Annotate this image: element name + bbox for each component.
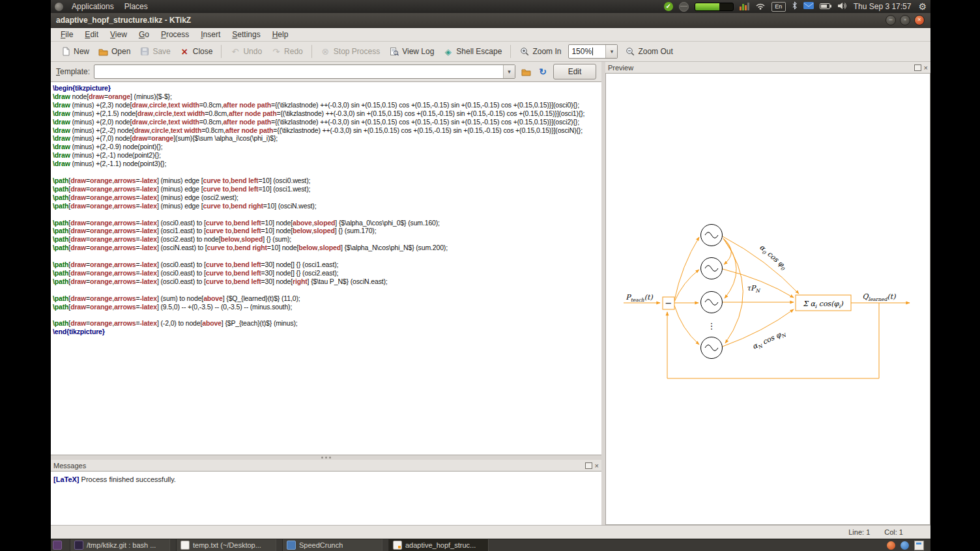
code-line: \path[draw=orange,arrows=-latex] (osci0.… — [53, 219, 601, 227]
task-terminal[interactable]: /tmp/ktikz.git : bash ... — [70, 539, 170, 551]
template-combo[interactable]: ▾ — [94, 64, 515, 79]
new-button[interactable]: New — [56, 45, 94, 59]
template-edit-button[interactable]: Edit — [553, 64, 596, 79]
system-panel: Applications Places ✓ En Thu Sep 3 17:57… — [51, 0, 930, 13]
code-line: \draw (minus) +(2,-2) node[draw,circle,t… — [53, 126, 601, 135]
menu-go[interactable]: Go — [133, 29, 155, 41]
close-file-button[interactable]: × Close — [175, 45, 218, 59]
network-globe-icon[interactable] — [679, 2, 689, 12]
code-line: \begin{tikzpicture} — [53, 84, 601, 92]
code-line: \draw (minus) +(2,1.5) node[draw,circle,… — [53, 109, 601, 118]
editor-messages-splitter[interactable] — [51, 455, 601, 460]
stop-process-button[interactable]: ⊗ Stop Process — [316, 45, 384, 59]
template-combo-dropdown[interactable]: ▾ — [503, 65, 515, 78]
task-text-editor[interactable]: temp.txt (~/Desktop... — [176, 539, 276, 551]
folder-icon — [521, 68, 531, 76]
task-ktikz[interactable]: adaptive_hopf_struc... — [388, 539, 489, 551]
level-meter[interactable] — [695, 3, 734, 11]
distro-logo-icon[interactable] — [55, 3, 63, 11]
zoom-level-value[interactable]: 150% — [569, 47, 605, 56]
taskbar-spacer — [489, 539, 887, 551]
redo-arrow-icon: ↷ — [271, 47, 281, 57]
dock-float-icon[interactable] — [914, 64, 921, 71]
code-line: \path[draw=orange,arrows=-latex] (9.5,0)… — [53, 303, 601, 311]
open-button[interactable]: Open — [94, 45, 135, 59]
dock-close-icon[interactable]: × — [595, 462, 599, 469]
calculator-icon — [287, 541, 296, 550]
dock-close-icon[interactable]: × — [924, 64, 928, 71]
menu-view[interactable]: View — [104, 29, 133, 41]
messages-log[interactable]: [LaTeX] Process finished successfully. — [51, 471, 601, 525]
save-button[interactable]: Save — [135, 45, 175, 59]
keyboard-layout-indicator[interactable]: En — [771, 2, 786, 12]
preview-title: Preview — [608, 64, 914, 72]
template-open-button[interactable] — [519, 65, 532, 78]
undo-button[interactable]: ↶ Undo — [225, 45, 267, 59]
menu-edit[interactable]: Edit — [79, 29, 104, 41]
session-gear-icon[interactable]: ⚙ — [918, 2, 927, 11]
preview-header: Preview × — [605, 62, 930, 73]
code-line — [53, 168, 601, 177]
label-sum: Σ αi cos(φi) — [803, 300, 843, 309]
code-line: \draw (minus) +(2,-1) node(point2){}; — [53, 151, 601, 160]
tray-icon-orange[interactable] — [887, 541, 895, 550]
dock-float-icon[interactable] — [585, 462, 592, 469]
window-title-bar[interactable]: adaptive_hopf_structure.tikz - KTikZ – ▫… — [51, 13, 930, 28]
code-line: \draw (minus) +(7,0) node[draw=orange](s… — [53, 134, 601, 143]
system-load-icon[interactable] — [740, 3, 749, 10]
maximize-button[interactable]: ▫ — [900, 15, 910, 25]
zoom-in-icon — [519, 47, 529, 57]
code-line: \path[draw=orange,arrows=-latex] (osciN.… — [53, 244, 601, 252]
code-line: \path[draw=orange,arrows=-latex] (minus)… — [53, 177, 601, 185]
code-line: \path[draw=orange,arrows=-latex] (minus)… — [53, 202, 601, 210]
shell-escape-icon: ◈ — [443, 47, 453, 57]
bluetooth-icon[interactable] — [792, 1, 798, 12]
redo-button[interactable]: ↷ Redo — [267, 45, 308, 59]
code-line — [53, 252, 601, 261]
close-window-button[interactable]: × — [914, 15, 925, 25]
menu-insert[interactable]: Insert — [195, 29, 226, 41]
code-line: \path[draw=orange,arrows=-latex] (sum) t… — [53, 294, 601, 303]
window-list-applet[interactable] — [51, 539, 64, 551]
volume-icon[interactable] — [837, 2, 846, 12]
minimize-button[interactable]: – — [886, 15, 896, 25]
template-bar: Template: ▾ ↻ Edit — [51, 62, 601, 81]
places-menu[interactable]: Places — [119, 0, 153, 13]
code-line: \path[draw=orange,arrows=-latex] (osci0.… — [53, 261, 601, 269]
view-log-button[interactable]: View Log — [384, 45, 439, 59]
editor-code[interactable]: \begin{tikzpicture}\draw node[draw=orang… — [51, 81, 601, 455]
clock[interactable]: Thu Sep 3 17:57 — [852, 2, 913, 11]
shell-escape-button[interactable]: ◈ Shell Escape — [439, 45, 506, 59]
menu-file[interactable]: File — [55, 29, 79, 41]
toolbar-separator — [221, 45, 222, 58]
text-file-icon — [180, 541, 190, 550]
task-speedcrunch[interactable]: SpeedCrunch — [282, 539, 382, 551]
zoom-level-combo[interactable]: 150% ▾ — [568, 44, 618, 59]
menu-help[interactable]: Help — [267, 29, 295, 41]
menu-process[interactable]: Process — [155, 29, 195, 41]
toolbar-separator — [510, 45, 511, 58]
save-floppy-icon — [139, 47, 149, 57]
battery-icon[interactable] — [820, 2, 831, 11]
code-line: \path[draw=orange,arrows=-latex] (osci1.… — [53, 227, 601, 235]
tray-icon-notes[interactable] — [914, 541, 924, 550]
zoom-combo-dropdown[interactable]: ▾ — [605, 45, 617, 58]
tray-icon-blue[interactable] — [901, 541, 909, 550]
mail-icon[interactable] — [803, 2, 814, 11]
open-folder-icon — [98, 47, 108, 57]
menu-settings[interactable]: Settings — [226, 29, 266, 41]
applications-menu[interactable]: Applications — [66, 0, 119, 13]
update-check-icon[interactable]: ✓ — [664, 2, 673, 11]
level-meter-fill — [695, 3, 719, 10]
desktop: Applications Places ✓ En Thu Sep 3 17:57… — [51, 0, 930, 551]
wifi-icon[interactable] — [755, 2, 766, 12]
template-reload-button[interactable]: ↻ — [536, 65, 549, 78]
close-x-icon: × — [180, 47, 190, 57]
code-line: \draw (minus) +(2,3) node[draw,circle,te… — [53, 101, 601, 109]
zoom-in-button[interactable]: Zoom In — [515, 45, 566, 59]
status-col: Col: 1 — [884, 528, 903, 536]
code-line: \path[draw=orange,arrows=-latex] (osci0.… — [53, 269, 601, 277]
preview-area[interactable]: − ⋮ Pteach(t) Qlearned(t) τPN α0 cos φ0 … — [605, 73, 930, 525]
zoom-out-button[interactable]: Zoom Out — [620, 45, 677, 59]
code-line: \path[draw=orange,arrows=-latex] (-2,0) … — [53, 319, 601, 328]
